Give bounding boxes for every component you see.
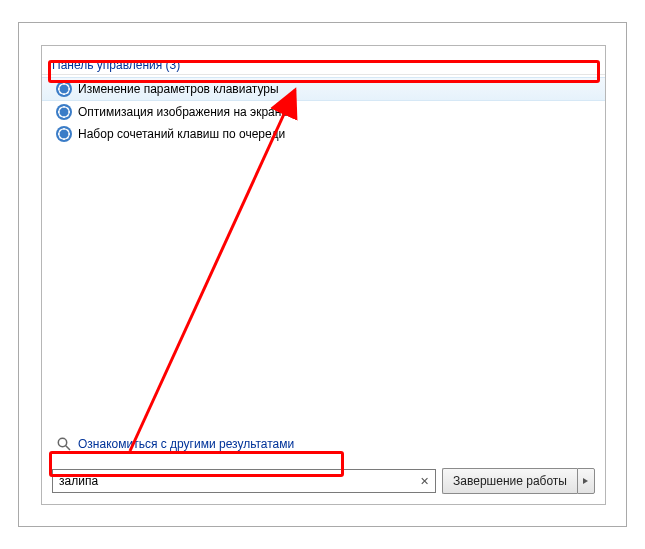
svg-point-24	[63, 138, 65, 140]
svg-point-13	[68, 111, 70, 113]
svg-point-4	[63, 93, 65, 95]
svg-point-16	[67, 107, 69, 109]
window-frame: Панель управления (3) Изменение	[18, 22, 627, 527]
search-icon	[56, 436, 72, 452]
svg-marker-32	[583, 478, 588, 484]
svg-point-3	[68, 88, 70, 90]
svg-point-29	[59, 129, 61, 131]
svg-point-30	[58, 438, 66, 446]
search-box[interactable]: ✕	[52, 469, 436, 493]
result-label: Набор сочетаний клавиш по очереди	[78, 127, 285, 141]
svg-point-14	[63, 116, 65, 118]
ease-of-access-icon	[56, 126, 72, 142]
shutdown-label: Завершение работы	[453, 474, 567, 488]
svg-point-19	[59, 107, 61, 109]
shutdown-split-button[interactable]: Завершение работы	[442, 468, 595, 494]
result-item-sticky-keys[interactable]: Набор сочетаний клавиш по очереди	[42, 123, 605, 145]
shutdown-button[interactable]: Завершение работы	[442, 468, 577, 494]
more-results-label: Ознакомиться с другими результатами	[78, 437, 294, 451]
results-area: Панель управления (3) Изменение	[42, 46, 605, 430]
svg-line-31	[66, 446, 70, 450]
svg-point-15	[58, 111, 60, 113]
shutdown-menu-arrow[interactable]	[577, 468, 595, 494]
svg-point-9	[59, 84, 61, 86]
svg-point-12	[63, 106, 65, 108]
ease-of-access-icon	[56, 104, 72, 120]
clear-search-icon[interactable]: ✕	[417, 474, 431, 488]
svg-point-8	[59, 92, 61, 94]
svg-point-23	[68, 133, 70, 135]
result-item-keyboard-settings[interactable]: Изменение параметров клавиатуры	[42, 77, 605, 101]
svg-point-5	[58, 88, 60, 90]
search-input[interactable]	[59, 474, 415, 488]
svg-point-25	[58, 133, 60, 135]
result-label: Оптимизация изображения на экране	[78, 105, 288, 119]
bottom-bar: ✕ Завершение работы	[42, 460, 605, 504]
result-item-display-optimization[interactable]: Оптимизация изображения на экране	[42, 101, 605, 123]
svg-point-2	[63, 83, 65, 85]
ease-of-access-icon	[56, 81, 72, 97]
result-label: Изменение параметров клавиатуры	[78, 82, 279, 96]
svg-point-17	[67, 115, 69, 117]
category-header: Панель управления (3)	[42, 54, 605, 75]
svg-point-22	[63, 128, 65, 130]
svg-point-7	[67, 92, 69, 94]
more-results-link[interactable]: Ознакомиться с другими результатами	[42, 430, 605, 460]
start-menu-panel: Панель управления (3) Изменение	[41, 45, 606, 505]
svg-point-27	[67, 137, 69, 139]
svg-point-26	[67, 129, 69, 131]
svg-point-18	[59, 115, 61, 117]
svg-point-28	[59, 137, 61, 139]
svg-point-6	[67, 84, 69, 86]
